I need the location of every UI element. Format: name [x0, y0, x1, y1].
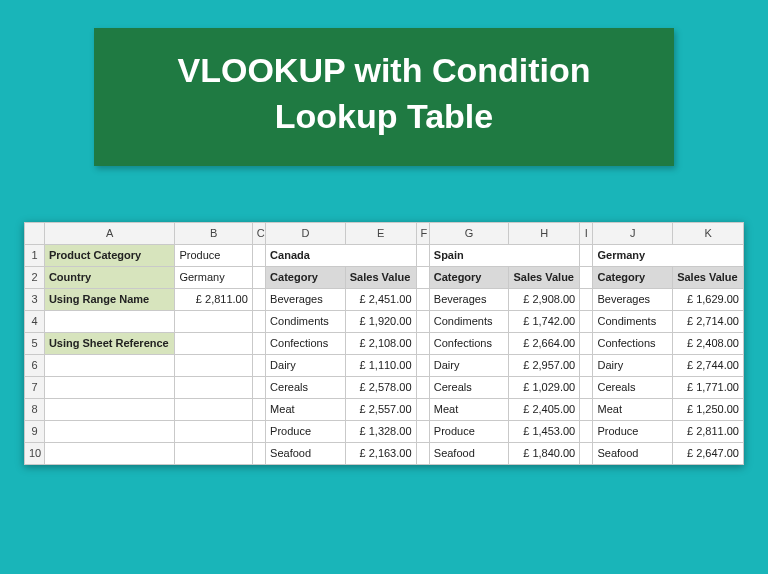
cell[interactable] [175, 376, 252, 398]
germany-cat[interactable]: Confections [593, 332, 673, 354]
cell[interactable] [416, 288, 429, 310]
germany-cat[interactable]: Beverages [593, 288, 673, 310]
row-8[interactable]: 8 [25, 398, 45, 420]
col-F[interactable]: F [416, 222, 429, 244]
cell[interactable] [580, 442, 593, 464]
cell[interactable] [175, 398, 252, 420]
col-D[interactable]: D [266, 222, 346, 244]
cell[interactable] [175, 420, 252, 442]
cell[interactable] [416, 354, 429, 376]
cell[interactable] [175, 310, 252, 332]
canada-val[interactable]: £ 2,578.00 [345, 376, 416, 398]
cell[interactable] [252, 266, 265, 288]
spain-title[interactable]: Spain [429, 244, 579, 266]
row-7[interactable]: 7 [25, 376, 45, 398]
spain-cat[interactable]: Seafood [429, 442, 509, 464]
canada-cat[interactable]: Dairy [266, 354, 346, 376]
canada-cat[interactable]: Produce [266, 420, 346, 442]
row-1[interactable]: 1 [25, 244, 45, 266]
spain-val[interactable]: £ 1,453.00 [509, 420, 580, 442]
canada-val[interactable]: £ 1,110.00 [345, 354, 416, 376]
spain-cat[interactable]: Condiments [429, 310, 509, 332]
country-label[interactable]: Country [44, 266, 175, 288]
germany-title[interactable]: Germany [593, 244, 744, 266]
germany-val[interactable]: £ 2,811.00 [673, 420, 744, 442]
spain-val[interactable]: £ 1,742.00 [509, 310, 580, 332]
col-E[interactable]: E [345, 222, 416, 244]
col-J[interactable]: J [593, 222, 673, 244]
col-G[interactable]: G [429, 222, 509, 244]
cell[interactable] [44, 442, 175, 464]
canada-hdr-val[interactable]: Sales Value [345, 266, 416, 288]
product-category-value[interactable]: Produce [175, 244, 252, 266]
spain-val[interactable]: £ 2,957.00 [509, 354, 580, 376]
germany-cat[interactable]: Meat [593, 398, 673, 420]
spain-cat[interactable]: Beverages [429, 288, 509, 310]
spain-cat[interactable]: Cereals [429, 376, 509, 398]
col-B[interactable]: B [175, 222, 252, 244]
cell[interactable] [44, 310, 175, 332]
cell[interactable] [416, 310, 429, 332]
col-I[interactable]: I [580, 222, 593, 244]
cell[interactable] [252, 442, 265, 464]
range-name-label[interactable]: Using Range Name [44, 288, 175, 310]
cell[interactable] [416, 244, 429, 266]
row-4[interactable]: 4 [25, 310, 45, 332]
cell[interactable] [252, 376, 265, 398]
spain-val[interactable]: £ 2,405.00 [509, 398, 580, 420]
cell[interactable] [175, 442, 252, 464]
cell[interactable] [252, 398, 265, 420]
row-3[interactable]: 3 [25, 288, 45, 310]
cell[interactable] [44, 398, 175, 420]
cell[interactable] [416, 266, 429, 288]
col-A[interactable]: A [44, 222, 175, 244]
cell[interactable] [416, 442, 429, 464]
range-name-value[interactable]: £ 2,811.00 [175, 288, 252, 310]
cell[interactable] [252, 288, 265, 310]
row-2[interactable]: 2 [25, 266, 45, 288]
cell[interactable] [580, 266, 593, 288]
spain-val[interactable]: £ 2,664.00 [509, 332, 580, 354]
cell[interactable] [580, 420, 593, 442]
canada-hdr-cat[interactable]: Category [266, 266, 346, 288]
germany-val[interactable]: £ 1,771.00 [673, 376, 744, 398]
cell[interactable] [44, 354, 175, 376]
spain-hdr-cat[interactable]: Category [429, 266, 509, 288]
product-category-label[interactable]: Product Category [44, 244, 175, 266]
spain-cat[interactable]: Produce [429, 420, 509, 442]
canada-val[interactable]: £ 2,163.00 [345, 442, 416, 464]
col-H[interactable]: H [509, 222, 580, 244]
canada-val[interactable]: £ 2,451.00 [345, 288, 416, 310]
germany-val[interactable]: £ 2,647.00 [673, 442, 744, 464]
cell[interactable] [580, 332, 593, 354]
row-6[interactable]: 6 [25, 354, 45, 376]
cell[interactable] [416, 420, 429, 442]
corner-cell[interactable] [25, 222, 45, 244]
canada-cat[interactable]: Confections [266, 332, 346, 354]
cell[interactable] [252, 244, 265, 266]
germany-val[interactable]: £ 2,744.00 [673, 354, 744, 376]
cell[interactable] [252, 332, 265, 354]
cell[interactable] [416, 332, 429, 354]
germany-cat[interactable]: Condiments [593, 310, 673, 332]
cell[interactable] [580, 244, 593, 266]
cell[interactable] [580, 288, 593, 310]
sheet-ref-value[interactable] [175, 332, 252, 354]
germany-cat[interactable]: Produce [593, 420, 673, 442]
spain-cat[interactable]: Dairy [429, 354, 509, 376]
row-10[interactable]: 10 [25, 442, 45, 464]
cell[interactable] [416, 398, 429, 420]
spain-val[interactable]: £ 2,908.00 [509, 288, 580, 310]
cell[interactable] [580, 310, 593, 332]
spain-val[interactable]: £ 1,029.00 [509, 376, 580, 398]
canada-val[interactable]: £ 2,557.00 [345, 398, 416, 420]
spain-hdr-val[interactable]: Sales Value [509, 266, 580, 288]
canada-val[interactable]: £ 1,328.00 [345, 420, 416, 442]
spain-cat[interactable]: Confections [429, 332, 509, 354]
cell[interactable] [416, 376, 429, 398]
cell[interactable] [252, 420, 265, 442]
germany-cat[interactable]: Seafood [593, 442, 673, 464]
canada-cat[interactable]: Meat [266, 398, 346, 420]
spain-val[interactable]: £ 1,840.00 [509, 442, 580, 464]
canada-cat[interactable]: Beverages [266, 288, 346, 310]
